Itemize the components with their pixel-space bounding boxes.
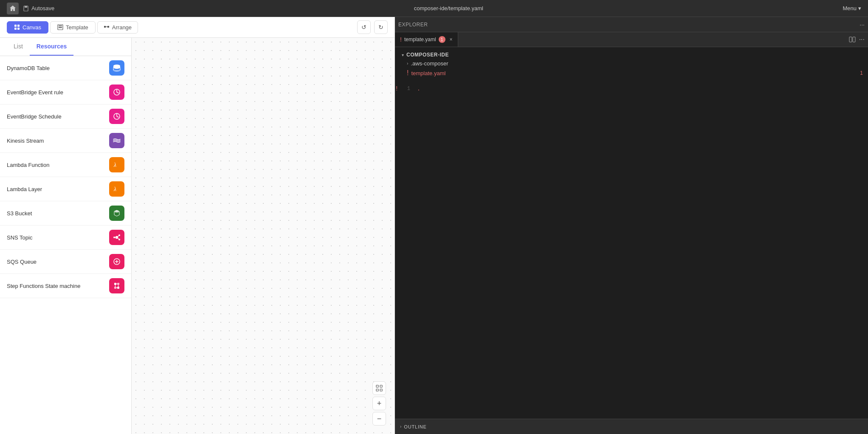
outline-section: › OUTLINE bbox=[395, 419, 868, 434]
editor-more-icon[interactable]: ··· bbox=[859, 36, 865, 43]
kinesis-icon bbox=[109, 133, 124, 148]
file-tab-template[interactable]: ! template.yaml 1 × bbox=[395, 32, 458, 47]
svg-rect-37 bbox=[380, 389, 382, 391]
lambda-layer-icon: λ bbox=[109, 181, 124, 197]
undo-icon: ↺ bbox=[361, 24, 366, 31]
fit-view-button[interactable] bbox=[372, 381, 386, 395]
svg-rect-39 bbox=[853, 37, 855, 42]
outline-chevron[interactable]: › bbox=[400, 424, 401, 429]
autosave-indicator: Autosave bbox=[23, 5, 54, 11]
redo-button[interactable]: ↻ bbox=[374, 20, 388, 34]
list-item[interactable]: DynamoDB Table bbox=[0, 56, 131, 80]
explorer-dots[interactable]: ··· bbox=[860, 21, 865, 28]
zoom-out-icon: − bbox=[377, 415, 382, 423]
resource-name: EventBridge Schedule bbox=[7, 113, 62, 120]
zoom-controls: + − bbox=[372, 381, 386, 426]
tree-root[interactable]: ▾ COMPOSER-IDE bbox=[395, 51, 868, 59]
resource-name: Lambda Layer bbox=[7, 186, 42, 192]
zoom-in-icon: + bbox=[377, 400, 382, 407]
file-tabs: ! template.yaml 1 × ··· bbox=[395, 32, 868, 47]
split-editor-icon[interactable] bbox=[849, 36, 856, 43]
tree-root-label: COMPOSER-IDE bbox=[406, 52, 449, 58]
vscode-panel: EXPLORER ··· ! template.yaml 1 × ··· ▾ bbox=[395, 17, 868, 434]
list-item[interactable]: EventBridge Event rule bbox=[0, 80, 131, 104]
list-item[interactable]: Step Functions State machine bbox=[0, 274, 131, 298]
zoom-out-button[interactable]: − bbox=[372, 412, 386, 426]
svg-rect-35 bbox=[380, 385, 382, 387]
resource-name: Lambda Function bbox=[7, 162, 49, 168]
svg-rect-3 bbox=[17, 25, 20, 27]
list-item[interactable]: Lambda Function λ bbox=[0, 153, 131, 177]
svg-point-20 bbox=[118, 234, 120, 236]
list-item[interactable]: SQS Queue bbox=[0, 250, 131, 274]
sns-icon bbox=[109, 230, 124, 245]
svg-rect-7 bbox=[59, 25, 62, 26]
autosave-label: Autosave bbox=[31, 5, 54, 11]
svg-rect-8 bbox=[59, 27, 62, 28]
list-item[interactable]: Kinesis Stream bbox=[0, 129, 131, 153]
zoom-in-button[interactable]: + bbox=[372, 397, 386, 410]
file-path: composer-ide/template.yaml bbox=[414, 5, 483, 11]
editor-line-1: ! 1 . bbox=[395, 85, 868, 93]
menu-label: Menu bbox=[843, 5, 857, 11]
svg-rect-2 bbox=[14, 25, 17, 27]
tree-item-aws-composer[interactable]: › .aws-composer bbox=[395, 59, 868, 68]
resource-name: SQS Queue bbox=[7, 259, 37, 265]
svg-rect-34 bbox=[376, 385, 378, 387]
menu-chevron-icon: ▾ bbox=[858, 5, 861, 11]
dynamodb-icon bbox=[109, 60, 124, 76]
line-error-dot: ! bbox=[395, 85, 400, 92]
file-tab-name: template.yaml bbox=[404, 37, 436, 42]
sidebar: List Resources DynamoDB Table bbox=[0, 38, 132, 434]
svg-rect-9 bbox=[104, 26, 106, 28]
svg-text:λ: λ bbox=[113, 162, 116, 168]
list-item[interactable]: S3 Bucket bbox=[0, 201, 131, 225]
home-button[interactable] bbox=[7, 3, 19, 14]
composer-body: List Resources DynamoDB Table bbox=[0, 38, 395, 434]
svg-rect-28 bbox=[114, 287, 116, 289]
canvas-tab[interactable]: Canvas bbox=[7, 21, 48, 34]
tree-error-icon: ! bbox=[407, 69, 409, 77]
resource-name: Kinesis Stream bbox=[7, 138, 44, 144]
resource-name: S3 Bucket bbox=[7, 210, 32, 217]
tree-error-badge: 1 bbox=[860, 70, 863, 76]
composer-panel: Canvas Template Arrange ↺ ↻ bbox=[0, 17, 395, 434]
svg-rect-4 bbox=[14, 28, 17, 30]
menu-button[interactable]: Menu ▾ bbox=[843, 5, 861, 11]
explorer-controls: ··· bbox=[860, 21, 865, 28]
canvas-tab-label: Canvas bbox=[23, 24, 41, 31]
svg-point-21 bbox=[118, 239, 120, 240]
explorer-header-bar: EXPLORER ··· bbox=[395, 17, 868, 32]
arrange-tab-label: Arrange bbox=[112, 24, 132, 31]
list-item[interactable]: EventBridge Schedule bbox=[0, 104, 131, 129]
line-number: 1 bbox=[400, 86, 417, 92]
top-bar-right: Menu ▾ bbox=[843, 5, 861, 11]
svg-rect-38 bbox=[849, 37, 852, 42]
svg-rect-5 bbox=[17, 28, 20, 30]
view-tabs: Canvas Template Arrange bbox=[7, 21, 138, 34]
sidebar-tab-list[interactable]: List bbox=[7, 38, 30, 56]
code-editor[interactable]: ! 1 . bbox=[395, 82, 868, 419]
svg-text:λ: λ bbox=[113, 186, 116, 192]
list-item[interactable]: Lambda Layer λ bbox=[0, 177, 131, 201]
main-layout: Canvas Template Arrange ↺ ↻ bbox=[0, 17, 868, 434]
template-tab[interactable]: Template bbox=[50, 21, 96, 34]
arrange-tab[interactable]: Arrange bbox=[97, 21, 138, 34]
sidebar-tab-resources[interactable]: Resources bbox=[30, 38, 74, 56]
canvas-area[interactable]: + − bbox=[132, 38, 395, 434]
svg-rect-27 bbox=[117, 283, 119, 285]
redo-icon: ↻ bbox=[378, 24, 383, 31]
sqs-icon bbox=[109, 254, 124, 269]
outline-label: OUTLINE bbox=[404, 424, 426, 429]
undo-button[interactable]: ↺ bbox=[357, 20, 371, 34]
s3-icon bbox=[109, 206, 124, 221]
resource-name: Step Functions State machine bbox=[7, 283, 80, 289]
sidebar-tabs: List Resources bbox=[0, 38, 131, 56]
resource-name: SNS Topic bbox=[7, 234, 32, 241]
tree-item-template-yaml[interactable]: ! template.yaml 1 bbox=[395, 68, 868, 78]
svg-rect-1 bbox=[25, 6, 27, 8]
file-tab-close[interactable]: × bbox=[450, 37, 453, 42]
svg-rect-36 bbox=[376, 389, 378, 391]
list-item[interactable]: SNS Topic bbox=[0, 225, 131, 250]
top-bar: Autosave composer-ide/template.yaml Menu… bbox=[0, 0, 868, 17]
